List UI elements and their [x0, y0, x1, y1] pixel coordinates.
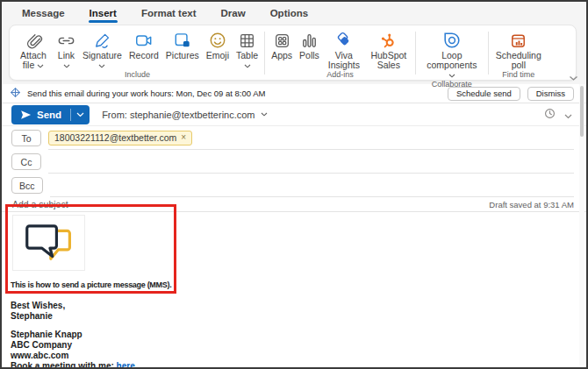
send-split-button[interactable]: Send — [11, 105, 90, 124]
link-label: Link — [58, 51, 75, 60]
polls-button[interactable]: Polls — [296, 28, 323, 60]
to-button[interactable]: To — [11, 130, 41, 146]
smiley-icon — [208, 30, 227, 51]
scheduling-poll-button[interactable]: Scheduling poll — [491, 28, 546, 70]
loop-icon — [442, 30, 462, 51]
mms-caption: This is how to send a picture message (M… — [11, 280, 171, 289]
meeting-link[interactable]: here — [117, 361, 135, 369]
group-label-find-time: Find time — [502, 70, 534, 80]
chevron-down-icon — [244, 64, 251, 68]
picture-icon — [173, 30, 192, 51]
hubspot-sprocket-icon — [379, 30, 398, 51]
bcc-row: Bcc — [2, 174, 586, 197]
signature-block: Best Wishes, Stephanie Stephanie Knapp A… — [11, 301, 137, 369]
ribbon-group-include: Attach file Link Signature — [13, 28, 262, 78]
chevron-down-icon — [98, 64, 105, 68]
pictures-label: Pictures — [166, 51, 199, 60]
dismiss-button[interactable]: Dismiss — [527, 87, 574, 101]
tab-insert[interactable]: Insert — [78, 2, 128, 24]
ribbon-group-find-time: Scheduling poll Find time — [491, 28, 546, 78]
signature-line: Best Wishes, — [11, 301, 137, 311]
cc-input[interactable] — [48, 150, 574, 174]
red-annotation-box: This is how to send a picture message (M… — [5, 204, 176, 294]
poll-bars-icon — [300, 30, 319, 51]
inserted-picture-thumbnail[interactable] — [12, 215, 85, 271]
ribbon-group-add-ins: Apps Polls Viva Insights — [268, 28, 412, 78]
ribbon-card: Attach file Link Signature — [9, 25, 577, 81]
loop-components-label: Loop components — [427, 50, 477, 70]
chevron-down-icon — [448, 74, 455, 78]
group-label-include: Include — [125, 70, 150, 80]
work-hours-suggestion-bar: Send this email during your work hours: … — [2, 84, 586, 103]
outlook-compose-window: Message Insert Format text Draw Options … — [0, 0, 588, 369]
chevron-down-icon — [63, 64, 70, 68]
apps-button[interactable]: Apps — [268, 28, 296, 60]
ribbon-tab-bar: Message Insert Format text Draw Options — [2, 2, 586, 24]
signature-line: ABC Company — [11, 340, 137, 351]
group-label-add-ins: Add-ins — [326, 70, 354, 80]
more-send-options-chevron[interactable] — [564, 107, 572, 123]
scheduling-poll-label: Scheduling poll — [495, 51, 542, 70]
table-label: Table — [236, 51, 258, 60]
hubspot-sales-button[interactable]: HubSpot Sales — [365, 28, 412, 70]
vertical-scrollbar[interactable] — [579, 84, 584, 365]
pictures-button[interactable]: Pictures — [162, 28, 203, 60]
group-label-collaborate: Collaborate — [432, 80, 472, 89]
ribbon-group-collaborate: Loop components Collaborate — [419, 28, 485, 78]
tab-draw[interactable]: Draw — [210, 2, 257, 24]
emoji-label: Emoji — [206, 51, 229, 60]
cc-button[interactable]: Cc — [11, 153, 41, 170]
from-address: From: stephanie@textbetterinc.com — [102, 110, 255, 120]
ribbon-collapse-chevron-icon[interactable] — [569, 69, 578, 85]
viva-insights-button[interactable]: Viva Insights — [323, 28, 365, 70]
scrollbar-thumb[interactable] — [580, 86, 584, 137]
ribbon-group-divider — [415, 32, 416, 75]
link-icon — [57, 30, 75, 51]
signature-label: Signature — [82, 51, 122, 60]
recipient-chip[interactable]: 18003221112@textbetter.com × — [48, 131, 192, 145]
signature-pen-icon — [93, 30, 111, 51]
to-row: To 18003221112@textbetter.com × — [2, 126, 586, 150]
link-button[interactable]: Link — [54, 28, 79, 70]
record-label: Record — [129, 51, 159, 60]
insights-diamond-icon — [10, 86, 21, 102]
from-selector[interactable]: From: stephanie@textbetterinc.com — [102, 110, 267, 120]
video-camera-icon — [134, 30, 154, 51]
ribbon: Attach file Link Signature — [2, 24, 586, 84]
meeting-text-suffix: . — [135, 361, 138, 369]
ribbon-group-divider — [488, 32, 489, 75]
hubspot-sales-label: HubSpot Sales — [369, 51, 409, 70]
meeting-text: Book a meeting with me: — [11, 361, 117, 369]
apps-label: Apps — [271, 51, 292, 60]
table-button[interactable]: Table — [233, 28, 262, 70]
send-row: Send From: stephanie@textbetterinc.com — [2, 103, 586, 126]
bcc-input[interactable] — [50, 174, 574, 197]
polls-label: Polls — [299, 51, 319, 60]
chat-bubbles-image — [24, 224, 75, 262]
send-options-chevron[interactable] — [71, 105, 90, 124]
to-input[interactable]: 18003221112@textbetter.com × — [48, 126, 574, 150]
record-button[interactable]: Record — [125, 28, 162, 60]
viva-insights-label: Viva Insights — [326, 51, 362, 70]
tab-options[interactable]: Options — [259, 2, 319, 24]
draft-status: Draft saved at 9:31 AM — [489, 200, 574, 209]
signature-button[interactable]: Signature — [79, 28, 125, 70]
send-icon — [20, 110, 32, 120]
emoji-button[interactable]: Emoji — [203, 28, 233, 60]
ribbon-group-divider — [264, 32, 265, 75]
table-grid-icon — [238, 30, 256, 51]
send-label: Send — [37, 110, 61, 120]
attach-file-button[interactable]: Attach file — [13, 28, 54, 70]
suggestion-text: Send this email during your work hours: … — [27, 89, 441, 98]
scheduling-poll-icon — [509, 30, 527, 51]
loop-components-button[interactable]: Loop components — [419, 28, 485, 80]
tab-format-text[interactable]: Format text — [130, 2, 208, 24]
bcc-button[interactable]: Bcc — [11, 177, 43, 194]
send-button[interactable]: Send — [11, 105, 70, 124]
chip-close-icon[interactable]: × — [181, 133, 186, 142]
chevron-down-icon — [37, 64, 44, 68]
signature-line: Stephanie Knapp — [11, 330, 137, 340]
schedule-send-clock-icon[interactable] — [544, 107, 556, 123]
tab-message[interactable]: Message — [11, 2, 76, 24]
apps-grid-icon — [273, 30, 291, 51]
